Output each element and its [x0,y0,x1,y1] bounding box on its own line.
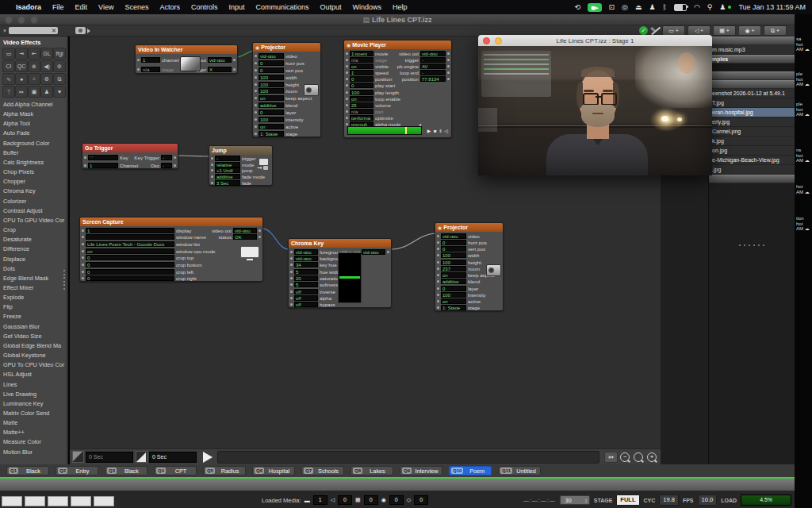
param-value-trigger[interactable]: - [215,156,240,161]
movie-player-title-bar[interactable]: ◉Movie Player [344,40,451,49]
transport-controls[interactable]: ▶ ■ ‖ ◁ [427,128,449,135]
scene-tab-q4[interactable]: Q4CPT [154,466,197,475]
media-bin-header[interactable]: mples [709,55,795,64]
param-value-width[interactable]: 100 [259,75,284,80]
effect-item[interactable]: Dots [0,264,67,274]
input-port[interactable] [290,297,293,299]
time-machine-icon[interactable]: ⟲ [575,0,581,14]
param-value-stage[interactable]: n/a [350,57,373,63]
scene-tab-q10[interactable]: Q10Poem [449,466,492,475]
input-port[interactable] [437,287,439,290]
media-file-row[interactable]: e-Michigan-Beach-View.jpg [709,156,795,165]
control-panel-thumbnail[interactable] [48,496,68,506]
param-value-crop-left[interactable]: 0 [86,269,174,275]
input-port[interactable] [346,104,348,106]
param-value-window-list[interactable]: Life Lines Poem Tech - Google Docs [86,241,174,247]
param-value-optimize[interactable]: performa [350,115,373,121]
input-port[interactable] [346,123,348,125]
param-value-jump[interactable]: +1 Until [215,167,240,173]
effect-item[interactable]: Global Edge Blend Ma [0,341,67,351]
input-port[interactable] [290,257,293,260]
param-value-speed[interactable]: 1 [350,70,373,75]
input-port[interactable] [255,90,257,92]
param-value-intensity[interactable]: 100 [441,292,466,298]
media-bin-header[interactable] [709,71,795,80]
param-value-play-length[interactable]: 100 [350,90,373,95]
zoom-in-button[interactable]: + [647,452,657,462]
param-value-crop-bottom[interactable]: 0 [86,262,174,267]
add-picture-media-button[interactable]: ▦ + [713,25,736,36]
stage-mode-button[interactable]: FULL [616,495,639,506]
scene-tab-q11[interactable]: Q11Untitled [498,466,541,475]
input-port[interactable] [255,69,257,71]
input-port[interactable] [82,236,84,238]
input-port[interactable] [84,164,86,167]
input-port[interactable] [290,303,293,306]
actor-chroma-key[interactable]: Chroma Keyvid-gpuforegroundvideo outvid-… [288,238,392,308]
effect-item[interactable]: Edge Blend Mask [0,274,67,283]
media-bin-header[interactable] [709,80,795,89]
projector-1-title-bar[interactable]: ◉Projector [253,43,320,52]
media-file-row[interactable]: .jpg [709,165,795,175]
input-port[interactable] [346,110,348,113]
menu-view[interactable]: View [98,3,113,11]
effect-item[interactable]: GPU To CPU Video Cor [0,360,67,370]
effect-item[interactable]: Difference [0,244,67,254]
effect-item[interactable]: Add Alpha Channel [0,100,67,110]
output-port[interactable] [447,78,450,80]
menu-controls[interactable]: Controls [191,3,218,11]
actor-screen-capture[interactable]: Screen Capture1displayvideo outvid-gpuwi… [79,217,263,282]
effect-item[interactable]: Motion Blur [0,448,67,457]
effect-item[interactable]: Gaussian Blur [0,322,67,332]
sound-icon[interactable]: ◀) [40,60,53,72]
menu-help[interactable]: Help [393,3,408,11]
display-mirroring-icon[interactable]: ⊡ [609,0,615,14]
input-port[interactable] [82,250,84,252]
control-panel-thumbnail[interactable] [25,496,45,506]
param-value-volume[interactable]: 25 [350,102,373,108]
chevron-down-icon[interactable]: ▼ [2,29,7,33]
midi-icon[interactable]: ⊛ [28,60,40,72]
video-input-icon[interactable]: ⇥ [15,48,28,60]
effect-item[interactable]: Crop [0,225,67,235]
effect-item[interactable]: Auto Fade [0,129,67,138]
menu-edit[interactable]: Edit [75,3,88,11]
generator-wave-icon[interactable]: ∿ [2,73,15,85]
input-port[interactable] [437,248,439,250]
param-value-background[interactable]: vid-gpu [294,256,318,261]
input-port[interactable] [255,125,257,128]
fade-out-time-field[interactable]: 0 Sec [86,452,133,463]
effect-item[interactable]: Live Drawing [0,390,67,399]
input-port[interactable] [255,97,257,99]
input-port[interactable] [346,117,348,119]
output-port[interactable] [233,68,236,71]
output-port[interactable] [447,52,450,55]
input-port[interactable] [346,71,348,74]
param-value-video[interactable]: vid-gpu [259,53,284,59]
stage-preview-window[interactable]: Life Lines CPT.izz : Stage 1 [478,35,712,175]
input-port[interactable] [346,52,348,55]
output-port[interactable] [233,59,236,61]
param-value-saturation[interactable]: 20 [294,275,318,281]
control-panel-thumbnail[interactable] [71,496,91,506]
param-value-visible[interactable]: on [350,64,373,69]
no-edit-pencil-icon[interactable]: ✎ [650,26,660,35]
input-port[interactable] [290,251,293,253]
input-port[interactable] [290,277,293,279]
go-trigger-title-bar[interactable]: Go Trigger [82,144,178,152]
serial-din-icon[interactable]: ⊚ [53,60,66,72]
scene-tab-q1[interactable]: Q1Black [6,466,49,475]
actor-movie-player[interactable]: ◉Movie Player1:poemmovievideo outvid-gpu… [343,40,452,138]
effect-item[interactable]: Matte [0,418,67,428]
menu-windows[interactable]: Windows [353,3,382,11]
param-value-Channel[interactable]: 1 [88,163,118,168]
input-port[interactable] [437,254,439,256]
input-port[interactable] [346,65,348,67]
scene-tab-q7[interactable]: Q7Schools [301,466,344,475]
actor-jump[interactable]: Jump-triggerrelativemode+1 Untiljumpaddi… [209,145,273,186]
input-port[interactable] [82,229,84,232]
param-value-vert-pos[interactable]: 0 [441,246,466,252]
output-port[interactable] [387,251,389,253]
input-port[interactable] [137,68,140,71]
zoom-out-button[interactable]: − [620,452,630,462]
